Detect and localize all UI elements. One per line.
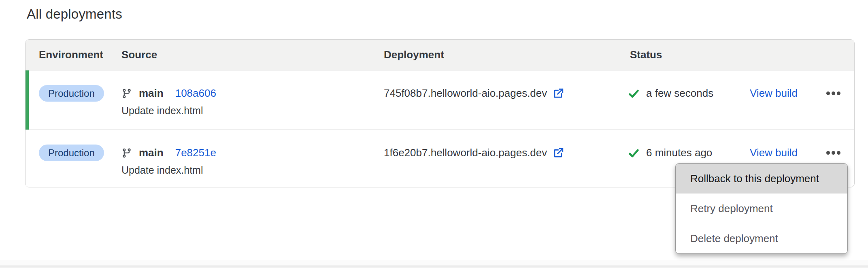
live-deployment-indicator-bar	[26, 70, 29, 130]
menu-item-delete[interactable]: Delete deployment	[676, 223, 847, 253]
git-branch-icon	[121, 88, 132, 99]
column-header-status: Status	[627, 49, 750, 61]
deployment-url: 1f6e20b7.helloworld-aio.pages.dev	[384, 147, 547, 159]
column-header-source: Source	[121, 49, 384, 61]
external-link-icon[interactable]	[553, 147, 564, 159]
deployment-row: Production main 108a606 Update index.htm…	[26, 70, 854, 130]
external-link-icon[interactable]	[553, 87, 564, 99]
environment-badge: Production	[39, 145, 104, 161]
menu-item-rollback[interactable]: Rollback to this deployment	[676, 164, 847, 194]
branch-name: main	[139, 147, 164, 159]
environment-badge-label: Production	[48, 147, 95, 159]
bottom-fade	[0, 260, 868, 266]
ellipsis-icon	[826, 151, 830, 155]
git-branch-icon	[121, 148, 132, 158]
page-title: All deployments	[27, 6, 122, 22]
branch-name: main	[139, 87, 164, 100]
status-time: a few seconds	[646, 87, 713, 100]
column-header-deployment: Deployment	[384, 49, 627, 61]
commit-link[interactable]: 7e8251e	[175, 147, 216, 159]
environment-badge: Production	[39, 85, 104, 102]
environment-badge-label: Production	[48, 88, 95, 99]
ellipsis-icon	[826, 91, 830, 95]
more-actions-button[interactable]	[825, 89, 841, 98]
check-icon	[627, 88, 640, 99]
view-build-link[interactable]: View build	[750, 87, 798, 100]
view-build-link[interactable]: View build	[750, 147, 798, 159]
table-header-row: Environment Source Deployment Status	[26, 40, 854, 70]
deployment-actions-menu: Rollback to this deployment Retry deploy…	[675, 163, 848, 254]
check-icon	[627, 147, 640, 159]
menu-item-retry[interactable]: Retry deployment	[676, 194, 847, 223]
commit-message: Update index.html	[121, 164, 384, 176]
deployments-page: All deployments Environment Source Deplo…	[0, 0, 868, 268]
column-header-environment: Environment	[26, 49, 121, 61]
more-actions-button[interactable]	[825, 149, 841, 157]
deployment-url: 745f08b7.helloworld-aio.pages.dev	[384, 87, 547, 100]
status-time: 6 minutes ago	[646, 147, 712, 159]
commit-message: Update index.html	[121, 105, 384, 117]
bottom-strip	[0, 266, 868, 268]
commit-link[interactable]: 108a606	[175, 87, 216, 100]
